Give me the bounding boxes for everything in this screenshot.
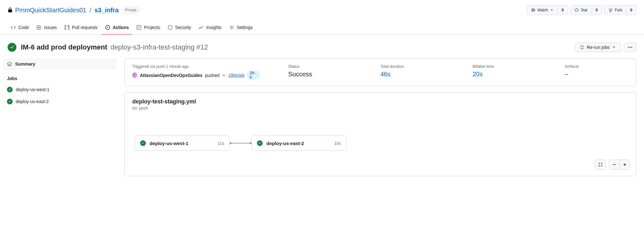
- visibility-badge: Private: [122, 7, 139, 13]
- fork-icon: [608, 8, 613, 12]
- svg-point-8: [224, 75, 225, 76]
- svg-rect-11: [624, 163, 625, 166]
- status-value: Success: [288, 71, 352, 78]
- star-count[interactable]: 0: [592, 5, 602, 15]
- workflow-on: on: push: [132, 106, 629, 110]
- play-circle-icon: [105, 25, 110, 30]
- minus-icon: [612, 162, 617, 167]
- duration-label: Total duration: [380, 64, 444, 69]
- svg-point-5: [628, 47, 629, 48]
- job-status-icon: [257, 140, 263, 146]
- tab-code[interactable]: Code: [8, 21, 32, 35]
- artifacts-label: Artifacts: [565, 64, 629, 69]
- job-status-icon: [140, 140, 146, 146]
- star-label: Star: [581, 8, 588, 12]
- sync-icon: [580, 45, 584, 50]
- graph-icon: [199, 25, 204, 30]
- summary-label: Summary: [15, 61, 35, 67]
- svg-point-1: [38, 27, 40, 28]
- jobs-heading: Jobs: [3, 76, 117, 84]
- commit-sha-link[interactable]: 29bb3eb: [229, 73, 245, 78]
- actor-link[interactable]: AtlassianOpenDevOpsGuides: [140, 73, 202, 78]
- run-title: IM-6 add prod deployment: [21, 43, 107, 51]
- fullscreen-icon: [598, 162, 603, 167]
- svg-point-6: [630, 47, 631, 48]
- tab-actions[interactable]: Actions: [102, 21, 132, 35]
- header-actions: Watch 0 Star 0 Fork 0: [527, 5, 636, 15]
- run-meta-box: Triggered via push 1 minute ago Atlassia…: [124, 58, 636, 86]
- actor-avatar[interactable]: [132, 73, 137, 78]
- watch-button[interactable]: Watch: [527, 5, 558, 15]
- fork-label: Fork: [615, 8, 622, 12]
- workflow-job-card[interactable]: deploy-us-west-1 11s: [135, 136, 230, 151]
- workflow-canvas: deploy-test-staging.yml on: push deploy-…: [124, 92, 636, 176]
- caret-down-icon: [612, 45, 616, 49]
- sidebar-job-row[interactable]: deploy-us-east-2: [3, 96, 117, 108]
- fork-count[interactable]: 0: [626, 5, 636, 15]
- check-icon: [8, 88, 12, 91]
- repo-owner-link[interactable]: PmmQuickStartGuides01: [15, 7, 86, 14]
- eye-icon: [531, 8, 535, 12]
- shield-icon: [168, 25, 173, 30]
- sidebar-summary[interactable]: Summary: [3, 58, 117, 70]
- home-icon: [7, 61, 12, 67]
- watch-label: Watch: [537, 8, 548, 12]
- check-icon: [141, 141, 145, 145]
- run-more-button[interactable]: [624, 43, 636, 52]
- repo-nav: Code Issues Pull requests Actions Projec…: [0, 21, 644, 35]
- lock-icon: [8, 8, 13, 13]
- rerun-jobs-button[interactable]: Re-run jobs: [575, 43, 621, 52]
- svg-rect-9: [613, 164, 616, 165]
- run-subtitle: deploy-s3-infra-test-staging #12: [110, 43, 208, 51]
- job-card-duration: 11s: [218, 141, 224, 146]
- tab-settings[interactable]: Settings: [226, 21, 256, 35]
- billable-value[interactable]: 20s: [473, 71, 483, 78]
- repo-name-link[interactable]: s3_infra: [94, 7, 119, 14]
- fullscreen-button[interactable]: [595, 160, 605, 169]
- tab-security[interactable]: Security: [164, 21, 194, 35]
- watch-count[interactable]: 0: [558, 5, 568, 15]
- branch-pill[interactable]: IM-9: [247, 71, 260, 80]
- workflow-job-card[interactable]: deploy-us-east-2 10s: [252, 136, 346, 151]
- job-name: deploy-us-west-1: [16, 87, 50, 92]
- svg-point-7: [631, 47, 632, 48]
- issues-icon: [36, 25, 41, 30]
- pushed-word: pushed: [205, 73, 219, 78]
- check-icon: [258, 141, 262, 145]
- svg-point-4: [231, 27, 232, 28]
- job-connector: [230, 142, 252, 144]
- star-button[interactable]: Star: [571, 5, 592, 15]
- run-status-icon: [8, 43, 16, 52]
- billable-label: Billable time: [473, 64, 536, 69]
- star-icon: [575, 8, 579, 12]
- tab-insights[interactable]: Insights: [195, 21, 224, 35]
- job-name: deploy-us-east-2: [16, 99, 49, 104]
- repo-title: PmmQuickStartGuides01 / s3_infra Private: [8, 7, 139, 14]
- zoom-in-button[interactable]: [619, 160, 629, 169]
- svg-rect-3: [137, 26, 141, 30]
- artifacts-value: –: [565, 71, 629, 78]
- sidebar-job-row[interactable]: deploy-us-west-1: [3, 84, 117, 96]
- code-icon: [11, 25, 16, 30]
- fork-button[interactable]: Fork: [605, 5, 626, 15]
- tab-issues[interactable]: Issues: [33, 21, 60, 35]
- pull-request-icon: [64, 25, 69, 30]
- kebab-icon: [628, 45, 633, 50]
- job-card-name: deploy-us-east-2: [266, 141, 331, 146]
- job-status-icon: [7, 87, 13, 92]
- plus-icon: [623, 162, 627, 167]
- tab-pull-requests[interactable]: Pull requests: [61, 21, 101, 35]
- gear-icon: [229, 25, 234, 30]
- caret-down-icon: [550, 8, 554, 12]
- rerun-label: Re-run jobs: [587, 45, 610, 50]
- check-icon: [9, 45, 15, 50]
- job-card-name: deploy-us-west-1: [150, 141, 214, 146]
- tab-projects[interactable]: Projects: [133, 21, 163, 35]
- status-label: Status: [288, 64, 352, 69]
- zoom-out-button[interactable]: [609, 160, 619, 169]
- duration-value[interactable]: 46s: [380, 71, 391, 78]
- check-icon: [8, 100, 12, 103]
- projects-icon: [136, 25, 141, 30]
- workflow-file-name: deploy-test-staging.yml: [132, 98, 629, 105]
- commit-icon: [222, 73, 226, 78]
